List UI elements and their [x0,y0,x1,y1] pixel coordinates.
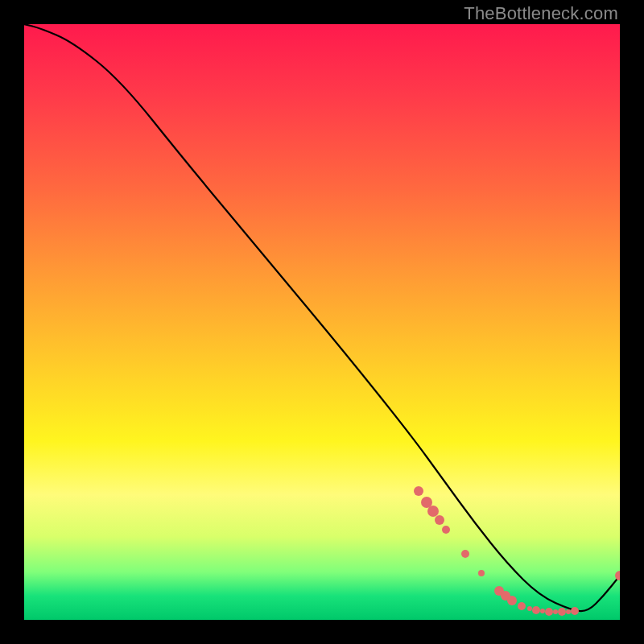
data-point-marker [558,608,566,616]
data-point-marker [414,486,423,496]
data-point-marker [507,596,517,605]
data-point-marker [427,506,439,517]
data-point-marker [532,606,540,614]
data-point-marker [615,571,620,580]
data-point-marker [461,550,469,558]
bottleneck-curve-path [24,24,620,611]
data-point-marker [527,606,532,611]
chart-frame [24,24,620,620]
marker-layer [414,486,620,616]
data-point-marker [540,609,545,613]
curve-layer [24,24,620,611]
data-point-marker [553,609,558,614]
data-point-marker [518,602,526,610]
watermark-text: TheBottleneck.com [464,3,618,24]
data-point-marker [566,609,571,614]
data-point-marker [435,515,444,525]
data-point-marker [478,570,485,576]
chart-svg [24,24,620,620]
data-point-marker [545,608,553,616]
data-point-marker [442,526,450,534]
data-point-marker [571,607,579,615]
